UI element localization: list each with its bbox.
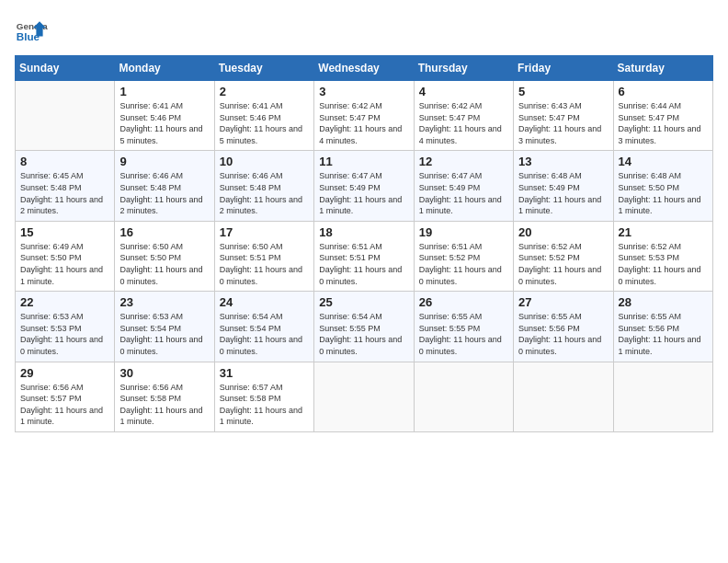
day-number: 18 [319, 225, 408, 239]
day-number: 9 [119, 155, 209, 168]
day-info: Sunrise: 6:41 AM Sunset: 5:46 PM Dayligh… [220, 100, 309, 146]
calendar-cell [414, 362, 513, 431]
calendar-cell: 20Sunrise: 6:52 AM Sunset: 5:52 PM Dayli… [514, 221, 613, 291]
page-header: General Blue [15, 15, 713, 48]
day-info: Sunrise: 6:55 AM Sunset: 5:56 PM Dayligh… [518, 311, 608, 357]
day-number: 30 [119, 366, 209, 380]
day-info: Sunrise: 6:41 AM Sunset: 5:46 PM Dayligh… [119, 100, 209, 146]
logo: General Blue [15, 15, 48, 48]
day-info: Sunrise: 6:57 AM Sunset: 5:58 PM Dayligh… [220, 382, 309, 428]
column-header-thursday: Thursday [414, 56, 513, 81]
day-info: Sunrise: 6:48 AM Sunset: 5:49 PM Dayligh… [518, 170, 608, 216]
day-number: 15 [20, 225, 109, 239]
calendar-week-4: 29Sunrise: 6:56 AM Sunset: 5:57 PM Dayli… [16, 362, 713, 431]
day-info: Sunrise: 6:56 AM Sunset: 5:57 PM Dayligh… [20, 382, 109, 428]
day-info: Sunrise: 6:55 AM Sunset: 5:56 PM Dayligh… [619, 311, 708, 357]
day-info: Sunrise: 6:45 AM Sunset: 5:48 PM Dayligh… [20, 170, 109, 216]
day-number: 5 [518, 85, 608, 98]
calendar-header-row: SundayMondayTuesdayWednesdayThursdayFrid… [16, 56, 713, 81]
calendar-cell: 8Sunrise: 6:45 AM Sunset: 5:48 PM Daylig… [16, 151, 115, 221]
day-number: 29 [20, 366, 109, 380]
day-info: Sunrise: 6:46 AM Sunset: 5:48 PM Dayligh… [119, 170, 209, 216]
calendar-cell: 4Sunrise: 6:42 AM Sunset: 5:47 PM Daylig… [414, 81, 513, 151]
calendar-week-2: 15Sunrise: 6:49 AM Sunset: 5:50 PM Dayli… [16, 221, 713, 291]
calendar-cell: 13Sunrise: 6:48 AM Sunset: 5:49 PM Dayli… [514, 151, 613, 221]
calendar-cell: 22Sunrise: 6:53 AM Sunset: 5:53 PM Dayli… [16, 292, 115, 362]
day-number: 16 [119, 225, 209, 239]
day-info: Sunrise: 6:42 AM Sunset: 5:47 PM Dayligh… [419, 100, 508, 146]
day-number: 8 [20, 155, 109, 168]
calendar-table: SundayMondayTuesdayWednesdayThursdayFrid… [15, 55, 713, 432]
day-info: Sunrise: 6:50 AM Sunset: 5:50 PM Dayligh… [119, 241, 209, 287]
calendar-cell: 16Sunrise: 6:50 AM Sunset: 5:50 PM Dayli… [115, 221, 214, 291]
calendar-cell: 29Sunrise: 6:56 AM Sunset: 5:57 PM Dayli… [16, 362, 115, 431]
column-header-tuesday: Tuesday [214, 56, 313, 81]
column-header-saturday: Saturday [613, 56, 712, 81]
column-header-friday: Friday [514, 56, 613, 81]
day-info: Sunrise: 6:53 AM Sunset: 5:54 PM Dayligh… [119, 311, 209, 357]
calendar-cell: 2Sunrise: 6:41 AM Sunset: 5:46 PM Daylig… [214, 81, 313, 151]
calendar-week-1: 8Sunrise: 6:45 AM Sunset: 5:48 PM Daylig… [16, 151, 713, 221]
calendar-cell: 21Sunrise: 6:52 AM Sunset: 5:53 PM Dayli… [613, 221, 712, 291]
calendar-cell: 6Sunrise: 6:44 AM Sunset: 5:47 PM Daylig… [613, 81, 712, 151]
day-info: Sunrise: 6:51 AM Sunset: 5:52 PM Dayligh… [419, 241, 508, 287]
calendar-cell: 17Sunrise: 6:50 AM Sunset: 5:51 PM Dayli… [214, 221, 313, 291]
day-number: 14 [619, 155, 708, 168]
day-number: 22 [20, 295, 109, 309]
day-info: Sunrise: 6:54 AM Sunset: 5:55 PM Dayligh… [319, 311, 408, 357]
calendar-cell: 19Sunrise: 6:51 AM Sunset: 5:52 PM Dayli… [414, 221, 513, 291]
day-number: 24 [220, 295, 309, 309]
day-info: Sunrise: 6:52 AM Sunset: 5:52 PM Dayligh… [518, 241, 608, 287]
day-info: Sunrise: 6:49 AM Sunset: 5:50 PM Dayligh… [20, 241, 109, 287]
day-number: 3 [319, 85, 408, 98]
day-number: 12 [419, 155, 508, 168]
calendar-cell: 14Sunrise: 6:48 AM Sunset: 5:50 PM Dayli… [613, 151, 712, 221]
calendar-cell: 27Sunrise: 6:55 AM Sunset: 5:56 PM Dayli… [514, 292, 613, 362]
day-number: 31 [220, 366, 309, 380]
day-number: 11 [319, 155, 408, 168]
calendar-cell [514, 362, 613, 431]
calendar-cell [613, 362, 712, 431]
column-header-monday: Monday [115, 56, 214, 81]
calendar-cell: 24Sunrise: 6:54 AM Sunset: 5:54 PM Dayli… [214, 292, 313, 362]
calendar-week-0: 1Sunrise: 6:41 AM Sunset: 5:46 PM Daylig… [16, 81, 713, 151]
day-number: 4 [419, 85, 508, 98]
day-info: Sunrise: 6:46 AM Sunset: 5:48 PM Dayligh… [220, 170, 309, 216]
calendar-cell [16, 81, 115, 151]
day-info: Sunrise: 6:47 AM Sunset: 5:49 PM Dayligh… [319, 170, 408, 216]
day-number: 26 [419, 295, 508, 309]
calendar-week-3: 22Sunrise: 6:53 AM Sunset: 5:53 PM Dayli… [16, 292, 713, 362]
day-number: 27 [518, 295, 608, 309]
day-info: Sunrise: 6:55 AM Sunset: 5:55 PM Dayligh… [419, 311, 508, 357]
logo-icon: General Blue [15, 15, 48, 48]
day-number: 20 [518, 225, 608, 239]
day-number: 21 [619, 225, 708, 239]
day-info: Sunrise: 6:54 AM Sunset: 5:54 PM Dayligh… [220, 311, 309, 357]
calendar-cell: 28Sunrise: 6:55 AM Sunset: 5:56 PM Dayli… [613, 292, 712, 362]
calendar-cell: 11Sunrise: 6:47 AM Sunset: 5:49 PM Dayli… [314, 151, 414, 221]
day-info: Sunrise: 6:48 AM Sunset: 5:50 PM Dayligh… [619, 170, 708, 216]
day-info: Sunrise: 6:56 AM Sunset: 5:58 PM Dayligh… [119, 382, 209, 428]
day-info: Sunrise: 6:50 AM Sunset: 5:51 PM Dayligh… [220, 241, 309, 287]
day-number: 6 [619, 85, 708, 98]
day-info: Sunrise: 6:44 AM Sunset: 5:47 PM Dayligh… [619, 100, 708, 146]
day-info: Sunrise: 6:42 AM Sunset: 5:47 PM Dayligh… [319, 100, 408, 146]
calendar-cell: 30Sunrise: 6:56 AM Sunset: 5:58 PM Dayli… [115, 362, 214, 431]
day-number: 17 [220, 225, 309, 239]
calendar-cell: 25Sunrise: 6:54 AM Sunset: 5:55 PM Dayli… [314, 292, 414, 362]
day-number: 13 [518, 155, 608, 168]
calendar-cell: 9Sunrise: 6:46 AM Sunset: 5:48 PM Daylig… [115, 151, 214, 221]
calendar-cell: 5Sunrise: 6:43 AM Sunset: 5:47 PM Daylig… [514, 81, 613, 151]
calendar-cell: 1Sunrise: 6:41 AM Sunset: 5:46 PM Daylig… [115, 81, 214, 151]
day-info: Sunrise: 6:51 AM Sunset: 5:51 PM Dayligh… [319, 241, 408, 287]
calendar-cell: 18Sunrise: 6:51 AM Sunset: 5:51 PM Dayli… [314, 221, 414, 291]
calendar-cell: 12Sunrise: 6:47 AM Sunset: 5:49 PM Dayli… [414, 151, 513, 221]
calendar-cell: 23Sunrise: 6:53 AM Sunset: 5:54 PM Dayli… [115, 292, 214, 362]
day-info: Sunrise: 6:53 AM Sunset: 5:53 PM Dayligh… [20, 311, 109, 357]
day-info: Sunrise: 6:43 AM Sunset: 5:47 PM Dayligh… [518, 100, 608, 146]
calendar-cell: 26Sunrise: 6:55 AM Sunset: 5:55 PM Dayli… [414, 292, 513, 362]
calendar-cell: 3Sunrise: 6:42 AM Sunset: 5:47 PM Daylig… [314, 81, 414, 151]
day-info: Sunrise: 6:47 AM Sunset: 5:49 PM Dayligh… [419, 170, 508, 216]
day-number: 23 [119, 295, 209, 309]
day-number: 2 [220, 85, 309, 98]
